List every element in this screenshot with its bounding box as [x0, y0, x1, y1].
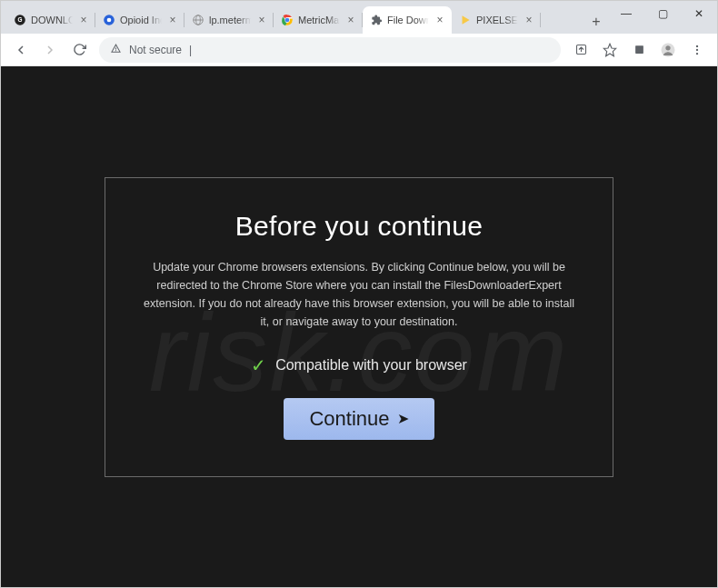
window-controls: — ▢ ✕: [608, 1, 717, 34]
modal-heading: Before you continue: [142, 211, 576, 242]
minimize-button[interactable]: —: [608, 1, 644, 26]
tab-favicon-icon: [192, 14, 204, 26]
extensions-icon[interactable]: [626, 37, 652, 63]
reload-button[interactable]: [66, 37, 92, 63]
continue-button[interactable]: Continue ➤: [284, 398, 434, 440]
checkmark-icon: ✓: [251, 354, 266, 376]
svg-point-13: [665, 45, 670, 50]
tab-title: File Download: [387, 15, 429, 25]
compatibility-text: Compatible with your browser: [275, 357, 467, 374]
browser-window: GDOWNLOAD×Opioid Induc×lp.metermast×Metr…: [0, 0, 718, 588]
continue-button-label: Continue: [309, 407, 389, 431]
address-bar: Not secure |: [1, 34, 717, 66]
tab-5[interactable]: PIXELSEE | Yo×: [452, 6, 541, 34]
bookmark-star-icon[interactable]: [597, 37, 623, 63]
maximize-button[interactable]: ▢: [644, 1, 681, 26]
tab-close-icon[interactable]: ×: [166, 14, 179, 26]
tab-close-icon[interactable]: ×: [77, 14, 90, 26]
svg-point-15: [696, 48, 698, 50]
tab-title: PIXELSEE | Yo: [476, 15, 518, 25]
titlebar: GDOWNLOAD×Opioid Induc×lp.metermast×Metr…: [1, 1, 717, 34]
tab-2[interactable]: lp.metermast×: [184, 6, 274, 34]
svg-point-7: [285, 18, 290, 23]
tab-close-icon[interactable]: ×: [344, 14, 357, 26]
omnibox[interactable]: Not secure |: [99, 37, 561, 63]
tab-favicon-icon: [281, 14, 294, 26]
tab-close-icon[interactable]: ×: [523, 14, 535, 26]
modal-body-text: Update your Chrome browsers extensions. …: [142, 258, 576, 331]
profile-icon[interactable]: [655, 37, 681, 63]
new-tab-button[interactable]: +: [584, 10, 608, 34]
share-icon[interactable]: [568, 37, 593, 63]
security-label: Not secure: [129, 44, 182, 56]
svg-point-14: [696, 45, 698, 46]
tab-favicon-icon: [459, 14, 472, 26]
svg-point-3: [107, 18, 112, 23]
back-button[interactable]: [8, 37, 34, 63]
tab-favicon-icon: [103, 14, 115, 26]
menu-icon[interactable]: [684, 37, 710, 63]
page-content: risk.com Before you continue Update your…: [1, 66, 717, 587]
tab-4[interactable]: File Download×: [363, 6, 452, 34]
tab-favicon-icon: [370, 14, 383, 26]
svg-marker-8: [463, 15, 470, 24]
url-text: |: [189, 44, 192, 56]
tab-favicon-icon: G: [14, 14, 26, 26]
forward-button[interactable]: [37, 37, 63, 63]
compatibility-row: ✓ Compatible with your browser: [142, 354, 576, 376]
not-secure-icon: [110, 43, 122, 57]
arrow-right-icon: ➤: [397, 410, 409, 427]
svg-point-16: [696, 52, 698, 54]
tab-3[interactable]: MetricMaster×: [274, 6, 363, 34]
continue-modal: Before you continue Update your Chrome b…: [105, 177, 613, 477]
tab-strip: GDOWNLOAD×Opioid Induc×lp.metermast×Metr…: [6, 1, 581, 34]
tab-1[interactable]: Opioid Induc×: [95, 6, 184, 34]
tab-close-icon[interactable]: ×: [255, 14, 268, 26]
tab-title: MetricMaster: [298, 15, 340, 25]
tab-title: Opioid Induc: [120, 15, 162, 25]
svg-marker-10: [603, 44, 615, 55]
svg-rect-11: [635, 45, 643, 54]
tab-title: DOWNLOAD: [31, 15, 73, 25]
tab-close-icon[interactable]: ×: [434, 14, 446, 26]
svg-text:G: G: [18, 16, 23, 23]
tab-0[interactable]: GDOWNLOAD×: [6, 6, 95, 34]
tab-title: lp.metermast: [209, 15, 251, 25]
close-window-button[interactable]: ✕: [681, 1, 717, 26]
